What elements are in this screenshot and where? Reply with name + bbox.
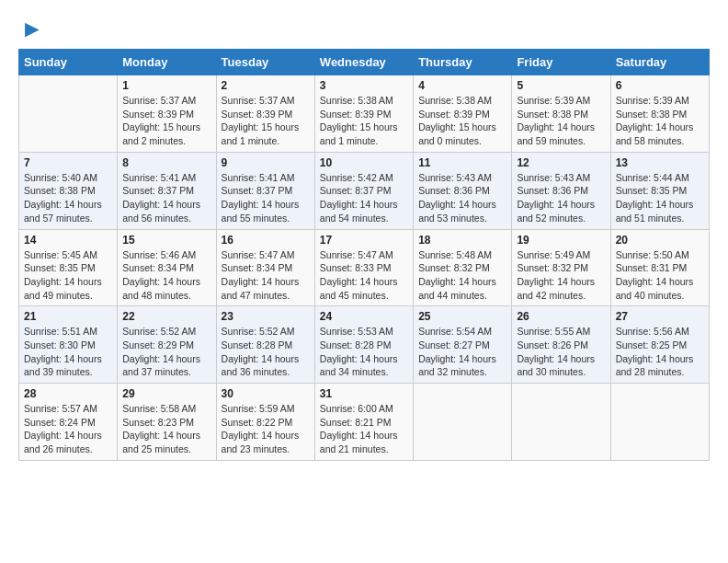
day-info: Sunrise: 5:54 AMSunset: 8:27 PMDaylight:…	[418, 325, 506, 379]
day-number: 3	[320, 79, 408, 92]
calendar-header-row: SundayMondayTuesdayWednesdayThursdayFrid…	[19, 50, 710, 75]
calendar-cell: 12Sunrise: 5:43 AMSunset: 8:36 PMDayligh…	[512, 152, 610, 229]
day-info: Sunrise: 5:49 AMSunset: 8:32 PMDaylight:…	[517, 248, 605, 303]
day-info: Sunrise: 5:39 AMSunset: 8:38 PMDaylight:…	[517, 94, 605, 148]
day-info: Sunrise: 5:43 AMSunset: 8:36 PMDaylight:…	[418, 171, 506, 225]
calendar-cell: 30Sunrise: 5:59 AMSunset: 8:22 PMDayligh…	[216, 384, 314, 461]
day-info: Sunrise: 5:41 AMSunset: 8:37 PMDaylight:…	[222, 171, 310, 225]
day-number: 10	[320, 156, 408, 169]
calendar-cell: 3Sunrise: 5:38 AMSunset: 8:39 PMDaylight…	[314, 75, 413, 153]
day-number: 20	[616, 234, 704, 247]
day-number: 30	[222, 387, 310, 400]
calendar-week-row: 28Sunrise: 5:57 AMSunset: 8:24 PMDayligh…	[19, 384, 710, 461]
day-info: Sunrise: 5:46 AMSunset: 8:34 PMDaylight:…	[122, 248, 210, 303]
day-info: Sunrise: 5:43 AMSunset: 8:36 PMDaylight:…	[517, 171, 605, 225]
day-info: Sunrise: 5:52 AMSunset: 8:29 PMDaylight:…	[122, 325, 210, 379]
calendar-cell: 11Sunrise: 5:43 AMSunset: 8:36 PMDayligh…	[414, 152, 512, 229]
day-number: 27	[616, 310, 704, 323]
calendar-cell: 24Sunrise: 5:53 AMSunset: 8:28 PMDayligh…	[314, 306, 413, 384]
calendar-cell: 2Sunrise: 5:37 AMSunset: 8:39 PMDaylight…	[216, 75, 314, 153]
day-info: Sunrise: 5:53 AMSunset: 8:28 PMDaylight:…	[320, 325, 408, 379]
day-info: Sunrise: 5:39 AMSunset: 8:38 PMDaylight:…	[616, 94, 704, 148]
calendar-cell: 25Sunrise: 5:54 AMSunset: 8:27 PMDayligh…	[414, 306, 512, 384]
calendar-cell: 19Sunrise: 5:49 AMSunset: 8:32 PMDayligh…	[512, 229, 610, 306]
calendar-cell	[19, 75, 118, 153]
calendar-cell: 26Sunrise: 5:55 AMSunset: 8:26 PMDayligh…	[512, 306, 610, 384]
day-info: Sunrise: 5:45 AMSunset: 8:35 PMDaylight:…	[24, 248, 112, 303]
day-info: Sunrise: 5:38 AMSunset: 8:39 PMDaylight:…	[320, 94, 408, 148]
day-number: 21	[24, 310, 112, 323]
day-number: 11	[418, 156, 506, 169]
day-number: 4	[418, 79, 506, 92]
header-friday: Friday	[512, 50, 610, 75]
calendar-cell: 6Sunrise: 5:39 AMSunset: 8:38 PMDaylight…	[610, 75, 709, 153]
calendar-cell: 17Sunrise: 5:47 AMSunset: 8:33 PMDayligh…	[314, 229, 413, 306]
calendar-cell: 9Sunrise: 5:41 AMSunset: 8:37 PMDaylight…	[216, 152, 314, 229]
page-header: ►	[18, 18, 710, 40]
calendar-week-row: 14Sunrise: 5:45 AMSunset: 8:35 PMDayligh…	[19, 229, 710, 306]
day-number: 28	[24, 387, 112, 400]
calendar-cell: 29Sunrise: 5:58 AMSunset: 8:23 PMDayligh…	[118, 384, 216, 461]
logo-arrow-icon: ►	[20, 15, 44, 43]
day-info: Sunrise: 5:57 AMSunset: 8:24 PMDaylight:…	[24, 402, 112, 456]
day-number: 17	[320, 234, 408, 247]
day-number: 26	[517, 310, 605, 323]
day-number: 18	[418, 234, 506, 247]
logo: ►	[18, 18, 44, 40]
day-info: Sunrise: 5:52 AMSunset: 8:28 PMDaylight:…	[222, 325, 310, 379]
calendar-cell: 8Sunrise: 5:41 AMSunset: 8:37 PMDaylight…	[118, 152, 216, 229]
calendar-cell	[414, 384, 512, 461]
calendar-cell: 28Sunrise: 5:57 AMSunset: 8:24 PMDayligh…	[19, 384, 118, 461]
day-info: Sunrise: 5:48 AMSunset: 8:32 PMDaylight:…	[418, 248, 506, 303]
calendar-cell: 7Sunrise: 5:40 AMSunset: 8:38 PMDaylight…	[19, 152, 118, 229]
calendar-cell: 22Sunrise: 5:52 AMSunset: 8:29 PMDayligh…	[118, 306, 216, 384]
calendar-cell: 31Sunrise: 6:00 AMSunset: 8:21 PMDayligh…	[314, 384, 413, 461]
day-info: Sunrise: 5:38 AMSunset: 8:39 PMDaylight:…	[418, 94, 506, 148]
calendar-cell	[610, 384, 709, 461]
calendar-cell: 10Sunrise: 5:42 AMSunset: 8:37 PMDayligh…	[314, 152, 413, 229]
day-number: 2	[222, 79, 310, 92]
day-number: 13	[616, 156, 704, 169]
day-number: 15	[122, 234, 210, 247]
day-number: 6	[616, 79, 704, 92]
day-number: 7	[24, 156, 112, 169]
day-number: 14	[24, 234, 112, 247]
day-number: 25	[418, 310, 506, 323]
day-info: Sunrise: 5:47 AMSunset: 8:34 PMDaylight:…	[222, 248, 310, 303]
day-info: Sunrise: 5:56 AMSunset: 8:25 PMDaylight:…	[616, 325, 704, 379]
day-number: 24	[320, 310, 408, 323]
calendar-cell: 4Sunrise: 5:38 AMSunset: 8:39 PMDaylight…	[414, 75, 512, 153]
calendar-cell: 5Sunrise: 5:39 AMSunset: 8:38 PMDaylight…	[512, 75, 610, 153]
calendar-cell: 16Sunrise: 5:47 AMSunset: 8:34 PMDayligh…	[216, 229, 314, 306]
header-thursday: Thursday	[414, 50, 512, 75]
day-info: Sunrise: 5:55 AMSunset: 8:26 PMDaylight:…	[517, 325, 605, 379]
day-number: 1	[122, 79, 210, 92]
header-wednesday: Wednesday	[314, 50, 413, 75]
day-info: Sunrise: 5:41 AMSunset: 8:37 PMDaylight:…	[122, 171, 210, 225]
day-info: Sunrise: 5:59 AMSunset: 8:22 PMDaylight:…	[222, 402, 310, 456]
calendar-cell: 18Sunrise: 5:48 AMSunset: 8:32 PMDayligh…	[414, 229, 512, 306]
header-monday: Monday	[118, 50, 216, 75]
day-number: 5	[517, 79, 605, 92]
calendar-week-row: 21Sunrise: 5:51 AMSunset: 8:30 PMDayligh…	[19, 306, 710, 384]
day-number: 29	[122, 387, 210, 400]
day-number: 8	[122, 156, 210, 169]
calendar-cell: 21Sunrise: 5:51 AMSunset: 8:30 PMDayligh…	[19, 306, 118, 384]
day-number: 22	[122, 310, 210, 323]
day-info: Sunrise: 5:50 AMSunset: 8:31 PMDaylight:…	[616, 248, 704, 303]
calendar-cell: 13Sunrise: 5:44 AMSunset: 8:35 PMDayligh…	[610, 152, 709, 229]
calendar-cell: 15Sunrise: 5:46 AMSunset: 8:34 PMDayligh…	[118, 229, 216, 306]
day-number: 19	[517, 234, 605, 247]
calendar-table: SundayMondayTuesdayWednesdayThursdayFrid…	[18, 49, 710, 461]
header-sunday: Sunday	[19, 50, 118, 75]
day-info: Sunrise: 5:42 AMSunset: 8:37 PMDaylight:…	[320, 171, 408, 225]
day-info: Sunrise: 5:47 AMSunset: 8:33 PMDaylight:…	[320, 248, 408, 303]
calendar-cell	[512, 384, 610, 461]
day-number: 31	[320, 387, 408, 400]
day-number: 9	[222, 156, 310, 169]
day-number: 23	[222, 310, 310, 323]
day-number: 16	[222, 234, 310, 247]
calendar-cell: 1Sunrise: 5:37 AMSunset: 8:39 PMDaylight…	[118, 75, 216, 153]
day-info: Sunrise: 5:40 AMSunset: 8:38 PMDaylight:…	[24, 171, 112, 225]
day-info: Sunrise: 5:37 AMSunset: 8:39 PMDaylight:…	[222, 94, 310, 148]
